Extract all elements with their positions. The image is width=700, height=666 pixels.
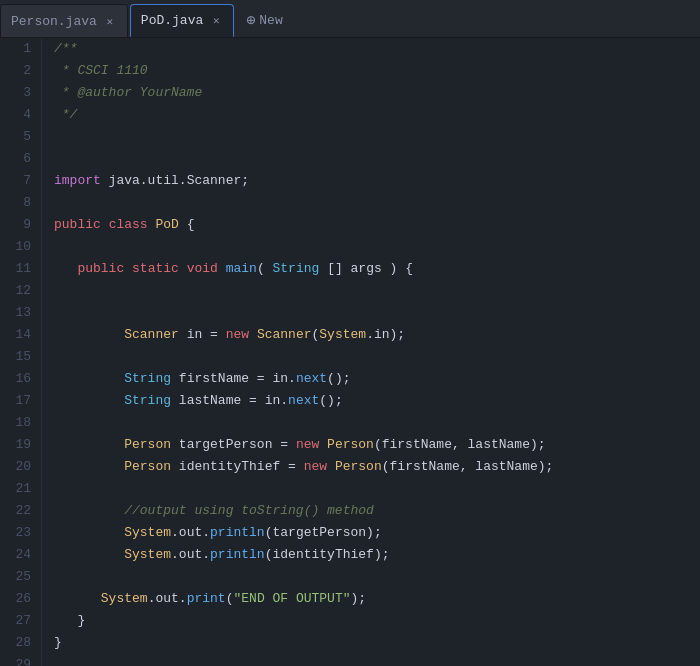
- line-num-11: 11: [0, 258, 41, 280]
- code-line-17: String lastName = in.next();: [54, 390, 700, 412]
- line-num-7: 7: [0, 170, 41, 192]
- line-num-26: 26: [0, 588, 41, 610]
- line-num-12: 12: [0, 280, 41, 302]
- line-num-21: 21: [0, 478, 41, 500]
- line-num-22: 22: [0, 500, 41, 522]
- code-line-7: import java.util.Scanner;: [54, 170, 700, 192]
- tab-person-java[interactable]: Person.java ✕: [0, 4, 128, 37]
- tab-pod-java[interactable]: PoD.java ✕: [130, 4, 234, 37]
- code-content[interactable]: /** * CSCI 1110 * @author YourName */ im…: [42, 38, 700, 666]
- line-num-15: 15: [0, 346, 41, 368]
- line-num-14: 14: [0, 324, 41, 346]
- code-line-24: System.out.println(identityThief);: [54, 544, 700, 566]
- plus-icon: ⊕: [246, 11, 255, 30]
- code-line-29: [54, 654, 700, 666]
- line-num-2: 2: [0, 60, 41, 82]
- line-num-16: 16: [0, 368, 41, 390]
- code-line-3: * @author YourName: [54, 82, 700, 104]
- code-line-8: [54, 192, 700, 214]
- code-line-1: /**: [54, 38, 700, 60]
- code-line-27: }: [54, 610, 700, 632]
- line-num-27: 27: [0, 610, 41, 632]
- line-num-1: 1: [0, 38, 41, 60]
- line-num-4: 4: [0, 104, 41, 126]
- new-tab-button[interactable]: ⊕ New: [236, 4, 292, 37]
- code-line-25: [54, 566, 700, 588]
- code-line-15: [54, 346, 700, 368]
- line-num-13: 13: [0, 302, 41, 324]
- line-num-5: 5: [0, 126, 41, 148]
- tab-pod-label: PoD.java: [141, 13, 203, 28]
- code-line-19: Person targetPerson = new Person(firstNa…: [54, 434, 700, 456]
- line-num-18: 18: [0, 412, 41, 434]
- tab-bar: Person.java ✕ PoD.java ✕ ⊕ New: [0, 0, 700, 38]
- line-num-8: 8: [0, 192, 41, 214]
- line-num-9: 9: [0, 214, 41, 236]
- new-tab-label: New: [259, 13, 282, 28]
- code-line-16: String firstName = in.next();: [54, 368, 700, 390]
- code-line-4: */: [54, 104, 700, 126]
- code-line-23: System.out.println(targetPerson);: [54, 522, 700, 544]
- line-num-24: 24: [0, 544, 41, 566]
- code-line-9: public class PoD {: [54, 214, 700, 236]
- line-num-28: 28: [0, 632, 41, 654]
- code-line-18: [54, 412, 700, 434]
- line-num-20: 20: [0, 456, 41, 478]
- tab-person-close[interactable]: ✕: [103, 14, 117, 28]
- code-line-12: [54, 280, 700, 302]
- line-num-19: 19: [0, 434, 41, 456]
- code-line-10: [54, 236, 700, 258]
- code-line-26: System.out.print("END OF OUTPUT");: [54, 588, 700, 610]
- code-line-21: [54, 478, 700, 500]
- line-num-25: 25: [0, 566, 41, 588]
- code-area: 1 2 3 4 5 6 7 8 9 10 11 12 13 14 15 16 1…: [0, 38, 700, 666]
- line-num-3: 3: [0, 82, 41, 104]
- code-line-6: [54, 148, 700, 170]
- line-num-23: 23: [0, 522, 41, 544]
- line-num-10: 10: [0, 236, 41, 258]
- code-line-20: Person identityThief = new Person(firstN…: [54, 456, 700, 478]
- line-num-29: 29: [0, 654, 41, 666]
- tab-person-label: Person.java: [11, 14, 97, 29]
- line-numbers: 1 2 3 4 5 6 7 8 9 10 11 12 13 14 15 16 1…: [0, 38, 42, 666]
- code-line-5: [54, 126, 700, 148]
- line-num-6: 6: [0, 148, 41, 170]
- code-line-14: Scanner in = new Scanner(System.in);: [54, 324, 700, 346]
- code-line-13: [54, 302, 700, 324]
- code-line-28: }: [54, 632, 700, 654]
- code-line-2: * CSCI 1110: [54, 60, 700, 82]
- tab-pod-close[interactable]: ✕: [209, 14, 223, 28]
- code-line-22: //output using toString() method: [54, 500, 700, 522]
- code-line-11: public static void main( String [] args …: [54, 258, 700, 280]
- line-num-17: 17: [0, 390, 41, 412]
